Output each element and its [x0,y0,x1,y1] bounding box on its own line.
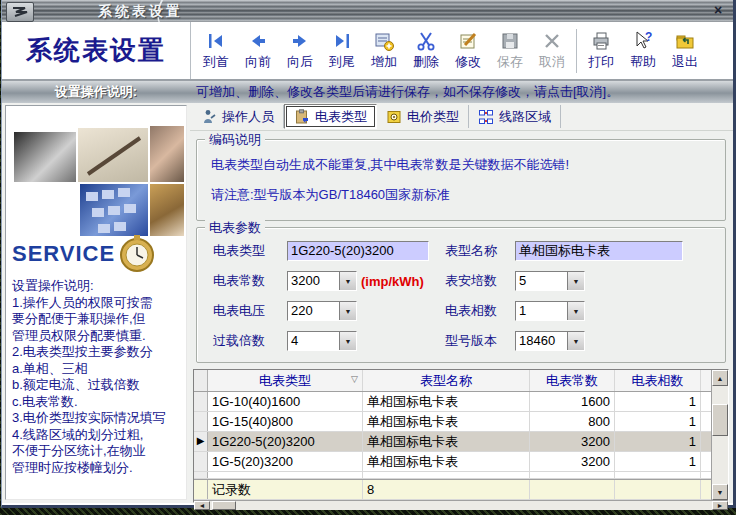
delete-button[interactable]: 删除 [405,26,447,76]
horizontal-scroll-thumb[interactable] [212,501,236,510]
tab-meter-types[interactable]: 电表类型 [284,104,377,129]
first-record-button[interactable]: 到首 [195,26,237,76]
tab-label: 线路区域 [499,108,551,126]
cell-meter-type: 1G220-5(20)3200 [208,432,363,451]
window-title: 系统表设置 [98,3,183,21]
meter-constant-combo[interactable]: 3200▼ [287,271,357,291]
save-button[interactable]: 保存 [489,26,531,76]
scroll-up-icon[interactable]: ▲ [712,370,728,386]
table-row[interactable]: 1G-10(40)1600 单相国标电卡表 1600 1 [194,392,711,412]
table-row-selected[interactable]: ▶ 1G220-5(20)3200 单相国标电卡表 3200 1 [194,432,711,452]
cell-constant: 800 [530,412,615,431]
scroll-right-icon[interactable]: ► [712,501,728,510]
sidebar-body: SERVICE 设置操作说明: 1.操作人员的权限可按需 要分配便于兼职操作,但… [5,105,187,500]
prev-record-button[interactable]: 向前 [237,26,279,76]
model-name-label: 表型名称 [445,242,515,260]
chevron-down-icon[interactable]: ▼ [339,332,356,350]
tab-label: 电表类型 [315,108,367,126]
goto-first-icon [205,30,227,52]
floppy-disk-icon [499,30,521,52]
cell-spacer [701,432,711,451]
cell-phase: 1 [615,432,701,451]
chevron-down-icon[interactable]: ▼ [567,302,584,320]
person-icon [201,109,217,125]
cell-spacer [701,452,711,471]
coding-note-line1: 电表类型自动生成不能重复,其中电表常数是关键数据不能选错! [197,156,725,174]
desk-items-image [150,184,184,236]
printer-icon [590,30,612,52]
vertical-scroll-thumb[interactable] [712,404,728,436]
meter-type-label: 电表类型 [213,242,287,260]
chevron-down-icon[interactable]: ▼ [339,272,356,290]
tab-line-areas[interactable]: 线路区域 [469,105,561,128]
button-label: 保存 [497,53,523,71]
scroll-down-icon[interactable]: ▼ [712,484,728,500]
phase-combo[interactable]: 1▼ [515,301,585,321]
main-area: 可增加、删除、修改各类型后请进行保存，如不保存修改，请点击[取消]。 操作人员 … [190,81,733,503]
ampere-combo[interactable]: 5▼ [515,271,585,291]
coding-notes-group: 编码说明 电表类型自动生成不能重复,其中电表常数是关键数据不能选错! 请注意:型… [196,139,726,221]
add-record-icon [373,30,395,52]
vertical-scrollbar[interactable]: ▲ ▼ [711,370,728,500]
coding-note-line2: 请注意:型号版本为GB/T18460国家新标准 [197,186,725,204]
last-record-button[interactable]: 到尾 [321,26,363,76]
cell-spacer [701,412,711,431]
column-header[interactable]: 电表常数 [530,370,615,391]
tab-label: 操作人员 [222,108,274,126]
button-label: 向后 [287,53,313,71]
edit-note-icon [457,30,479,52]
arrow-right-icon [289,30,311,52]
help-button[interactable]: ? 帮助 [622,26,664,76]
button-label: 增加 [371,53,397,71]
tab-operators[interactable]: 操作人员 [192,105,284,128]
sidebar: 设置操作说明: SERVICE 设置操作说明: 1.操 [2,81,190,503]
meter-type-field[interactable]: 1G220-5(20)3200 [287,241,429,261]
ampere-label: 表安培数 [445,272,515,290]
table-row[interactable]: 1G-15(40)800 单相国标电卡表 800 1 [194,412,711,432]
add-button[interactable]: 增加 [363,26,405,76]
pens-image [150,126,184,182]
modify-button[interactable]: 修改 [447,26,489,76]
toolbar: 到首 向前 向后 到尾 增加 删除 [191,22,733,79]
cell-constant: 1600 [530,392,615,411]
cancel-button[interactable]: 取消 [531,26,573,76]
record-count-value: 8 [363,480,530,499]
table-row[interactable]: 1G-5(20)3200 单相国标电卡表 3200 1 [194,452,711,472]
clipboard-icon [294,109,310,125]
overload-combo[interactable]: 4▼ [287,331,357,351]
phase-label: 电表相数 [445,302,515,320]
model-name-field[interactable]: 单相国标电卡表 [515,241,683,261]
column-header[interactable]: 电表类型▽ [208,370,363,391]
print-button[interactable]: 打印 [580,26,622,76]
chevron-down-icon[interactable]: ▼ [567,332,584,350]
column-header[interactable]: 表型名称 [363,370,530,391]
current-row-marker: ▶ [194,432,208,451]
table-empty-row [194,472,711,479]
close-button[interactable]: × [709,2,727,19]
next-record-button[interactable]: 向后 [279,26,321,76]
button-label: 删除 [413,53,439,71]
cancel-x-icon [541,30,563,52]
voltage-combo[interactable]: 220▼ [287,301,357,321]
pocket-watch-image [117,234,157,274]
scroll-left-icon[interactable]: ◄ [194,501,210,510]
group-title: 编码说明 [205,131,265,149]
tab-price-types[interactable]: 电价类型 [377,105,469,128]
chevron-down-icon[interactable]: ▼ [339,302,356,320]
goto-last-icon [331,30,353,52]
horizontal-scrollbar[interactable]: ◄ ► [194,500,728,510]
scissors-icon [415,30,437,52]
cell-phase: 1 [615,392,701,411]
tab-label: 电价类型 [407,108,459,126]
tab-bar: 操作人员 电表类型 电价类型 线路区域 [190,103,733,131]
button-label: 取消 [539,53,565,71]
sort-icon[interactable]: ▽ [351,375,358,384]
notice-bar: 可增加、删除、修改各类型后请进行保存，如不保存修改，请点击[取消]。 [190,81,733,103]
model-version-combo[interactable]: 18460▼ [515,331,585,351]
cell-constant: 3200 [530,452,615,471]
row-indicator-header [194,370,208,391]
column-header[interactable]: 电表相数 [615,370,701,391]
meter-constant-label: 电表常数 [213,272,287,290]
exit-button[interactable]: 退出 [664,26,706,76]
chevron-down-icon[interactable]: ▼ [567,272,584,290]
